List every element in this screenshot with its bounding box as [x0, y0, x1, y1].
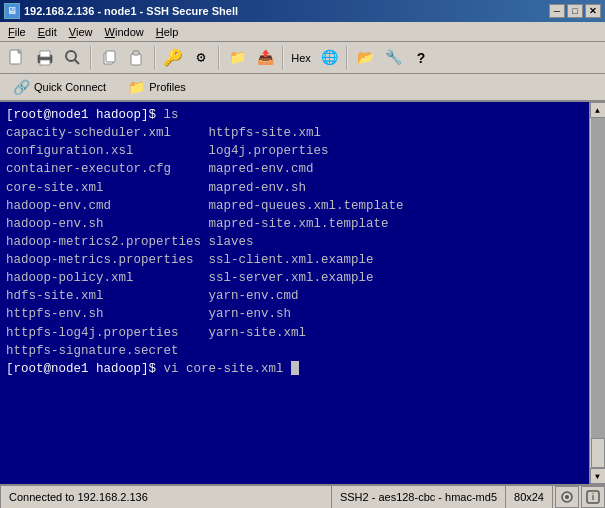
toolbar-filemgr-button[interactable]: 📂 [352, 45, 378, 71]
svg-rect-10 [133, 51, 139, 55]
window-title: 192.168.2.136 - node1 - SSH Secure Shell [24, 5, 238, 17]
status-info-button[interactable]: i [581, 486, 605, 508]
scrollbar-thumb[interactable] [591, 438, 605, 468]
status-settings-button[interactable] [555, 486, 579, 508]
toolbar-separator-4 [282, 46, 284, 70]
title-buttons: ─ □ ✕ [549, 4, 601, 18]
toolbar-help-button[interactable]: ? [408, 45, 434, 71]
status-encryption: SSH2 - aes128-cbc - hmac-md5 [332, 486, 506, 508]
status-dimensions: 80x24 [506, 486, 553, 508]
toolbar-transfer-button[interactable]: 📤 [252, 45, 278, 71]
quick-connect-icon: 🔗 [13, 79, 30, 95]
title-bar-left: 🖥 192.168.2.136 - node1 - SSH Secure She… [4, 3, 238, 19]
close-button[interactable]: ✕ [585, 4, 601, 18]
svg-rect-8 [106, 51, 115, 62]
status-connection: Connected to 192.168.2.136 [0, 486, 332, 508]
status-dimensions-text: 80x24 [514, 491, 544, 503]
toolbar-separator-1 [90, 46, 92, 70]
toolbar: 🔑 ⚙ 📁 📤 Hex 🌐 📂 🔧 ? [0, 42, 605, 74]
terminal[interactable]: [root@node1 hadoop]$ ls capacity-schedul… [0, 102, 589, 484]
scroll-up-button[interactable]: ▲ [590, 102, 606, 118]
scroll-down-button[interactable]: ▼ [590, 468, 606, 484]
toolbar-print-button[interactable] [32, 45, 58, 71]
status-encryption-text: SSH2 - aes128-cbc - hmac-md5 [340, 491, 497, 503]
toolbar-settings-button[interactable]: ⚙ [188, 45, 214, 71]
toolbar-misc-button[interactable]: 🔧 [380, 45, 406, 71]
status-bar: Connected to 192.168.2.136 SSH2 - aes128… [0, 484, 605, 508]
toolbar-hex-button[interactable]: Hex [288, 45, 314, 71]
menu-file[interactable]: File [2, 22, 32, 41]
toolbar-keys-button[interactable]: 🔑 [160, 45, 186, 71]
terminal-scrollbar[interactable]: ▲ ▼ [589, 102, 605, 484]
menu-bar: File Edit View Window Help [0, 22, 605, 42]
toolbar-separator-2 [154, 46, 156, 70]
svg-line-6 [75, 59, 80, 64]
toolbar-separator-5 [346, 46, 348, 70]
toolbar-copy-button[interactable] [96, 45, 122, 71]
toolbar-tunnel-button[interactable]: 🌐 [316, 45, 342, 71]
menu-window[interactable]: Window [99, 22, 150, 41]
svg-rect-9 [131, 54, 141, 65]
maximize-button[interactable]: □ [567, 4, 583, 18]
menu-help[interactable]: Help [150, 22, 185, 41]
minimize-button[interactable]: ─ [549, 4, 565, 18]
toolbar-sftp-button[interactable]: 📁 [224, 45, 250, 71]
status-connection-text: Connected to 192.168.2.136 [9, 491, 148, 503]
terminal-wrapper: [root@node1 hadoop]$ ls capacity-schedul… [0, 102, 605, 484]
quick-connect-button[interactable]: 🔗 Quick Connect [4, 76, 115, 98]
profiles-label: Profiles [149, 81, 186, 93]
app-icon: 🖥 [4, 3, 20, 19]
toolbar-separator-3 [218, 46, 220, 70]
quick-connect-label: Quick Connect [34, 81, 106, 93]
toolbar-new-button[interactable] [4, 45, 30, 71]
quick-connect-toolbar: 🔗 Quick Connect 📁 Profiles [0, 74, 605, 102]
svg-rect-4 [40, 60, 50, 65]
svg-rect-3 [40, 51, 50, 57]
menu-edit[interactable]: Edit [32, 22, 63, 41]
toolbar-paste-button[interactable] [124, 45, 150, 71]
menu-view[interactable]: View [63, 22, 99, 41]
profiles-button[interactable]: 📁 Profiles [119, 76, 195, 98]
scrollbar-track[interactable] [591, 118, 605, 468]
title-bar: 🖥 192.168.2.136 - node1 - SSH Secure She… [0, 0, 605, 22]
profiles-icon: 📁 [128, 79, 145, 95]
svg-point-12 [565, 495, 569, 499]
svg-text:i: i [592, 492, 595, 502]
toolbar-find-button[interactable] [60, 45, 86, 71]
